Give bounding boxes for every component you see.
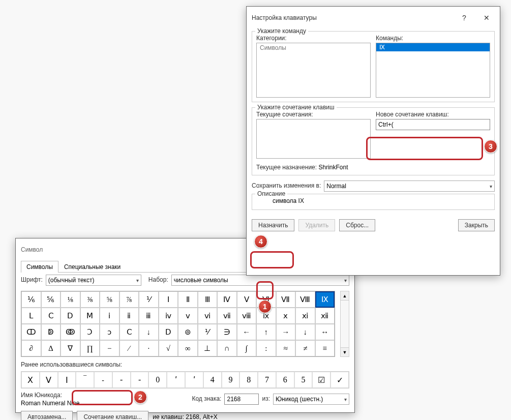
- symbol-cell[interactable]: ⅵ: [198, 308, 218, 324]
- symbol-cell[interactable]: ∏: [80, 340, 100, 356]
- recent-cell[interactable]: 5: [294, 372, 313, 388]
- symbol-cell[interactable]: Ⅱ: [178, 291, 198, 308]
- symbol-cell[interactable]: Ⅷ: [295, 291, 315, 308]
- symbol-cell[interactable]: Ⅾ: [159, 324, 178, 340]
- symbol-cell[interactable]: ⊥: [198, 340, 218, 356]
- symbol-cell[interactable]: Ⅳ: [217, 291, 237, 308]
- tab-special[interactable]: Специальные знаки: [58, 261, 126, 273]
- assign-button[interactable]: Назначить: [252, 219, 294, 231]
- recent-cell[interactable]: -: [112, 372, 131, 388]
- recent-cell[interactable]: 8: [239, 372, 258, 388]
- recent-cell[interactable]: 0: [148, 372, 167, 388]
- symbol-cell[interactable]: ↔: [315, 324, 335, 340]
- symbol-cell[interactable]: Ⅿ: [80, 308, 100, 324]
- recent-cell[interactable]: Ⅴ: [40, 372, 58, 388]
- recent-cell[interactable]: ˗: [94, 372, 112, 388]
- recent-cell[interactable]: 4: [203, 372, 222, 388]
- recent-cell[interactable]: ☑: [312, 372, 330, 388]
- new-shortcut-input[interactable]: [376, 119, 490, 130]
- symbol-cell[interactable]: ⅷ: [237, 308, 257, 324]
- categories-listbox[interactable]: Символы: [256, 43, 371, 98]
- symbol-cell[interactable]: ↓: [295, 324, 315, 340]
- recent-cell[interactable]: 7: [258, 372, 276, 388]
- symbol-cell[interactable]: ⅚: [41, 291, 61, 308]
- recent-cell[interactable]: 6: [276, 372, 294, 388]
- symbol-cell[interactable]: ∫: [237, 340, 257, 356]
- shortcut-button[interactable]: Сочетание клавиш...: [77, 411, 148, 420]
- symbol-cell[interactable]: Ⅸ: [315, 291, 335, 308]
- symbol-cell[interactable]: ↑: [256, 324, 276, 340]
- recent-cell[interactable]: Ⅰ: [58, 372, 76, 388]
- symbol-cell[interactable]: ←: [237, 324, 257, 340]
- symbol-cell[interactable]: ⅙: [21, 291, 41, 308]
- symbol-cell[interactable]: ∂: [21, 340, 41, 356]
- symbol-cell[interactable]: ∕: [119, 340, 139, 356]
- close-button[interactable]: Закрыть: [458, 219, 495, 231]
- symbol-cell[interactable]: ⅳ: [159, 308, 178, 324]
- symbol-cell[interactable]: ⅞: [119, 291, 139, 308]
- commands-listbox[interactable]: Ⅸ: [376, 43, 490, 98]
- tab-symbols[interactable]: Символы: [21, 261, 58, 273]
- reset-button[interactable]: Сброс...: [339, 219, 375, 231]
- symbol-cell[interactable]: →: [276, 324, 296, 340]
- symbol-cell[interactable]: :: [256, 340, 276, 356]
- recent-cell[interactable]: ‑: [131, 372, 149, 388]
- symbol-cell[interactable]: √: [159, 340, 178, 356]
- category-item[interactable]: Символы: [257, 43, 370, 52]
- recent-cell[interactable]: 9: [222, 372, 240, 388]
- save-in-select[interactable]: Normal▾: [324, 181, 495, 192]
- code-input[interactable]: [224, 394, 259, 405]
- symbol-cell[interactable]: ⅶ: [217, 308, 237, 324]
- grid-scrollbar[interactable]: ▲ ▼: [340, 291, 349, 357]
- symbol-cell[interactable]: ∇: [61, 340, 80, 356]
- font-select[interactable]: (обычный текст)▾: [46, 275, 141, 286]
- current-listbox[interactable]: [256, 119, 371, 159]
- symbol-cell[interactable]: ⅟: [198, 324, 218, 340]
- symbol-cell[interactable]: ≡: [315, 340, 335, 356]
- symbol-cell[interactable]: Ⅶ: [276, 291, 296, 308]
- symbol-cell[interactable]: ⅛: [61, 291, 80, 308]
- symbol-cell[interactable]: Ⅾ: [61, 308, 80, 324]
- symbol-cell[interactable]: ·: [139, 340, 159, 356]
- recent-cell[interactable]: ✓: [330, 372, 349, 388]
- symbol-cell[interactable]: Ⅼ: [21, 308, 41, 324]
- symbol-cell[interactable]: ⅱ: [119, 308, 139, 324]
- symbol-cell[interactable]: ≠: [295, 340, 315, 356]
- scroll-track[interactable]: [341, 301, 349, 347]
- symbol-cell[interactable]: −: [100, 340, 119, 356]
- recent-cell[interactable]: Ⅹ: [21, 372, 40, 388]
- set-select[interactable]: числовые символы▾: [171, 275, 349, 286]
- from-select[interactable]: Юникод (шестн.)▾: [273, 394, 349, 405]
- symbol-cell[interactable]: ⅟: [139, 291, 159, 308]
- symbol-cell[interactable]: ⅜: [80, 291, 100, 308]
- symbol-cell[interactable]: ↓: [139, 324, 159, 340]
- symbol-cell[interactable]: Ⅲ: [198, 291, 218, 308]
- recent-grid[interactable]: ⅩⅤⅠ‾˗-‑0ʹʹ498765☑✓: [21, 371, 349, 388]
- symbol-cell[interactable]: ⅰ: [100, 308, 119, 324]
- scroll-down-icon[interactable]: ▼: [341, 347, 349, 356]
- symbol-cell[interactable]: ⊚: [178, 324, 198, 340]
- symbol-cell[interactable]: ⅴ: [178, 308, 198, 324]
- symbol-cell[interactable]: ↁ: [41, 324, 61, 340]
- symbol-cell[interactable]: ↂ: [61, 324, 80, 340]
- recent-cell[interactable]: ʹ: [185, 372, 203, 388]
- symbol-cell[interactable]: ⅺ: [295, 308, 315, 324]
- symbol-cell[interactable]: ∋: [217, 324, 237, 340]
- recent-cell[interactable]: ʹ: [167, 372, 185, 388]
- symbol-cell[interactable]: ↄ: [100, 324, 119, 340]
- symbol-cell[interactable]: ∞: [178, 340, 198, 356]
- symbol-cell[interactable]: ⅹ: [276, 308, 296, 324]
- recent-cell[interactable]: ‾: [76, 372, 94, 388]
- autocorrect-button[interactable]: Автозамена...: [21, 411, 73, 420]
- symbol-cell[interactable]: ⅻ: [315, 308, 335, 324]
- symbol-cell[interactable]: ↀ: [21, 324, 41, 340]
- symbol-grid[interactable]: ⅙⅚⅛⅜⅝⅞⅟ⅠⅡⅢⅣⅤⅥⅦⅧⅨⅬⅭⅮⅯⅰⅱⅲⅳⅴⅵⅶⅷⅸⅹⅺⅻↀↁↂↃↄⅭ↓Ⅾ…: [21, 291, 335, 357]
- symbol-cell[interactable]: Ⅰ: [159, 291, 178, 308]
- symbol-cell[interactable]: Ⅽ: [41, 308, 61, 324]
- symbol-cell[interactable]: Ⅽ: [119, 324, 139, 340]
- scroll-up-icon[interactable]: ▲: [341, 291, 349, 301]
- help-icon[interactable]: ?: [453, 11, 475, 25]
- command-item[interactable]: Ⅸ: [376, 43, 490, 51]
- close-icon[interactable]: ✕: [475, 11, 498, 25]
- symbol-cell[interactable]: ∩: [217, 340, 237, 356]
